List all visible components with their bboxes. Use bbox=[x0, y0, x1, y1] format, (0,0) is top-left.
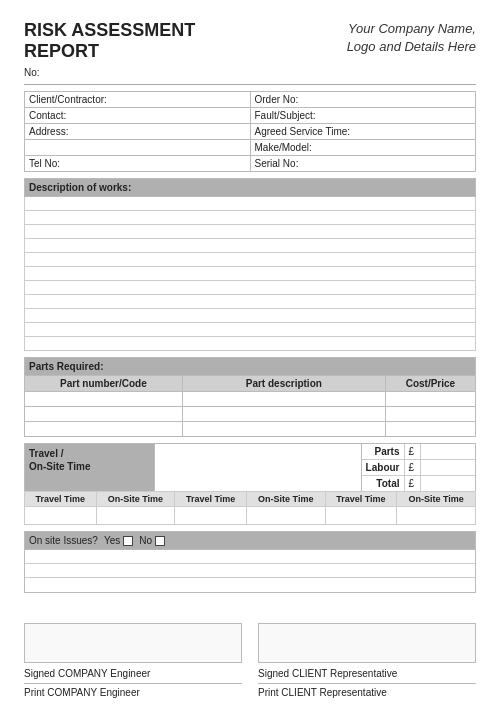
client-info-table: Client/Contractor: Order No: Contact: Fa… bbox=[24, 91, 476, 172]
parts-cost-label: Parts bbox=[362, 444, 404, 460]
table-row bbox=[25, 267, 476, 281]
yes-option: Yes bbox=[104, 535, 133, 546]
serial-no-label: Serial No: bbox=[250, 156, 476, 172]
parts-currency: £ bbox=[404, 444, 420, 460]
parts-cost-value bbox=[420, 444, 475, 460]
travel-columns-row: Travel Time On-Site Time Travel Time On-… bbox=[25, 492, 476, 507]
description-table: Description of works: bbox=[24, 178, 476, 351]
on-site-time-2: On-Site Time bbox=[246, 492, 325, 507]
no-label-text: No bbox=[139, 535, 152, 546]
labour-currency: £ bbox=[404, 460, 420, 476]
parts-column-headers: Part number/Code Part description Cost/P… bbox=[25, 376, 476, 392]
make-model-label: Make/Model: bbox=[250, 140, 476, 156]
table-row: Make/Model: bbox=[25, 140, 476, 156]
on-site-header: On site Issues? Yes No bbox=[24, 531, 476, 550]
client-contractor-label: Client/Contractor: bbox=[25, 92, 251, 108]
agreed-service-label: Agreed Service Time: bbox=[250, 124, 476, 140]
on-site-label: On site Issues? bbox=[29, 535, 98, 546]
table-row: Address: Agreed Service Time: bbox=[25, 124, 476, 140]
table-row bbox=[25, 323, 476, 337]
table-row bbox=[25, 337, 476, 351]
table-row bbox=[25, 295, 476, 309]
labour-cost-row: Labour £ bbox=[362, 460, 475, 476]
table-row: Client/Contractor: Order No: bbox=[25, 92, 476, 108]
table-row bbox=[25, 281, 476, 295]
signature-section: Signed COMPANY Engineer Print COMPANY En… bbox=[24, 623, 476, 698]
no-checkbox[interactable] bbox=[155, 536, 165, 546]
table-row bbox=[25, 197, 476, 211]
labour-cost-value bbox=[420, 460, 475, 476]
description-section: Description of works: bbox=[24, 178, 476, 351]
on-site-section: On site Issues? Yes No bbox=[24, 531, 476, 593]
fault-subject-label: Fault/Subject: bbox=[250, 108, 476, 124]
total-currency: £ bbox=[404, 476, 420, 492]
table-row bbox=[25, 225, 476, 239]
address-label: Address: bbox=[25, 124, 251, 140]
table-row bbox=[25, 392, 476, 407]
table-row bbox=[25, 239, 476, 253]
client-print-label: Print CLIENT Representative bbox=[258, 683, 476, 698]
order-no-label: Order No: bbox=[250, 92, 476, 108]
parts-header-row: Parts Required: bbox=[25, 358, 476, 376]
on-site-row-1 bbox=[25, 550, 475, 564]
table-row bbox=[25, 211, 476, 225]
company-signed-label: Signed COMPANY Engineer bbox=[24, 668, 242, 679]
table-row bbox=[25, 407, 476, 422]
parts-header: Parts Required: bbox=[25, 358, 476, 376]
table-row bbox=[25, 309, 476, 323]
report-number-label: No: bbox=[24, 67, 476, 78]
client-sig-col: Signed CLIENT Representative Print CLIEN… bbox=[258, 623, 476, 698]
parts-section: Parts Required: Part number/Code Part de… bbox=[24, 357, 476, 437]
section-header-row: Description of works: bbox=[25, 179, 476, 197]
client-signed-label: Signed CLIENT Representative bbox=[258, 668, 476, 679]
parts-cost-row: Parts £ bbox=[362, 444, 475, 460]
report-title: RISK ASSESSMENT REPORT bbox=[24, 20, 195, 61]
on-site-row-3 bbox=[25, 578, 475, 592]
travel-time-3: Travel Time bbox=[325, 492, 397, 507]
company-sig-box bbox=[24, 623, 242, 663]
company-details: Your Company Name,Logo and Details Here bbox=[347, 20, 476, 56]
travel-header-row: Travel /On-Site Time Parts £ Labour £ To… bbox=[24, 443, 476, 491]
labour-cost-label: Labour bbox=[362, 460, 404, 476]
company-sig-col: Signed COMPANY Engineer Print COMPANY En… bbox=[24, 623, 242, 698]
spacer bbox=[24, 593, 476, 609]
part-description-header: Part description bbox=[182, 376, 385, 392]
total-cost-value bbox=[420, 476, 475, 492]
parts-table: Parts Required: Part number/Code Part de… bbox=[24, 357, 476, 437]
cost-price-header: Cost/Price bbox=[385, 376, 475, 392]
table-row: Contact: Fault/Subject: bbox=[25, 108, 476, 124]
on-site-row-2 bbox=[25, 564, 475, 578]
description-header: Description of works: bbox=[25, 179, 476, 197]
travel-title: Travel /On-Site Time bbox=[25, 444, 155, 491]
yes-checkbox[interactable] bbox=[123, 536, 133, 546]
header-divider bbox=[24, 84, 476, 85]
page-header: RISK ASSESSMENT REPORT Your Company Name… bbox=[24, 20, 476, 61]
costs-table: Parts £ Labour £ Total £ bbox=[362, 444, 475, 491]
travel-time-1: Travel Time bbox=[25, 492, 97, 507]
yes-label: Yes bbox=[104, 535, 120, 546]
travel-time-table: Travel Time On-Site Time Travel Time On-… bbox=[24, 491, 476, 525]
travel-time-2: Travel Time bbox=[175, 492, 247, 507]
travel-section: Travel /On-Site Time Parts £ Labour £ To… bbox=[24, 443, 476, 525]
on-site-time-1: On-Site Time bbox=[96, 492, 175, 507]
table-row bbox=[25, 253, 476, 267]
on-site-time-3: On-Site Time bbox=[397, 492, 476, 507]
table-row bbox=[25, 422, 476, 437]
total-cost-label: Total bbox=[362, 476, 404, 492]
tel-no-label: Tel No: bbox=[25, 156, 251, 172]
company-print-label: Print COMPANY Engineer bbox=[24, 683, 242, 698]
travel-data-row bbox=[25, 507, 476, 525]
client-sig-box bbox=[258, 623, 476, 663]
table-row: Tel No: Serial No: bbox=[25, 156, 476, 172]
no-option: No bbox=[139, 535, 165, 546]
contact-label: Contact: bbox=[25, 108, 251, 124]
part-number-header: Part number/Code bbox=[25, 376, 183, 392]
on-site-content bbox=[24, 550, 476, 593]
total-cost-row: Total £ bbox=[362, 476, 475, 492]
address-cont bbox=[25, 140, 251, 156]
